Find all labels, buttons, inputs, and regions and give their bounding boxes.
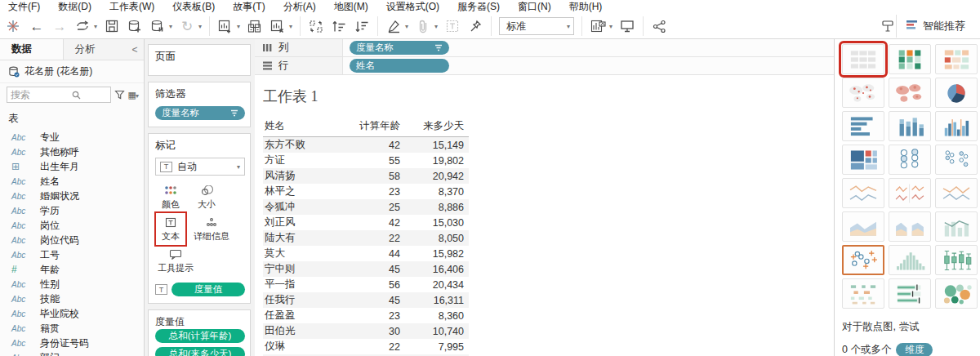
- dropdown-caret-icon[interactable]: ▾: [567, 23, 570, 30]
- cell-name[interactable]: 任我行: [263, 292, 341, 308]
- menu-item[interactable]: 分析(A): [283, 0, 316, 14]
- rows-shelf[interactable]: 行 姓名: [255, 57, 834, 75]
- cell-name[interactable]: 平一指: [263, 277, 341, 292]
- showme-symbol-map[interactable]: [842, 78, 884, 108]
- cell-age[interactable]: 22: [341, 230, 405, 246]
- cell-days[interactable]: 8,370: [405, 184, 469, 199]
- tooltip-button[interactable]: 工具提示: [157, 246, 194, 276]
- cell-days[interactable]: 19,802: [405, 153, 469, 168]
- field-item[interactable]: Abc 籍贯: [0, 321, 144, 336]
- table-row[interactable]: 任盈盈 23 8,360: [263, 308, 469, 323]
- cell-age[interactable]: 42: [341, 215, 405, 230]
- cell-days[interactable]: 8,360: [405, 308, 469, 323]
- cell-name[interactable]: 莫大: [263, 246, 341, 261]
- showme-packed-bubbles[interactable]: [935, 278, 978, 309]
- field-item[interactable]: Abc 其他称呼: [0, 145, 144, 159]
- cell-age[interactable]: 42: [341, 137, 405, 154]
- showme-highlight-table[interactable]: [889, 44, 931, 74]
- color-button[interactable]: 颜色: [157, 182, 185, 212]
- showme-side-by-side-bars[interactable]: [935, 111, 978, 141]
- new-data-source-icon[interactable]: [127, 18, 143, 34]
- fix-axes-icon[interactable]: [467, 18, 483, 34]
- mark-type-dropdown[interactable]: T 自动 ▾: [155, 158, 245, 176]
- columns-pill-measure-names[interactable]: 度量名称: [350, 41, 449, 55]
- cell-name[interactable]: 方证: [263, 153, 341, 168]
- tab-analytics[interactable]: 分析: [64, 39, 127, 60]
- field-item[interactable]: Abc 工号: [0, 247, 144, 262]
- field-item[interactable]: Abc 岗位: [0, 218, 144, 233]
- field-item[interactable]: Abc 毕业院校: [0, 306, 144, 321]
- show-me-button[interactable]: 智能推荐: [896, 15, 975, 38]
- forward-icon[interactable]: →: [51, 18, 68, 34]
- menu-item[interactable]: 设置格式(O): [386, 0, 439, 14]
- menu-item[interactable]: 地图(M): [334, 0, 368, 14]
- presentation-mode-icon[interactable]: [619, 18, 635, 34]
- cell-days[interactable]: 8,050: [405, 230, 469, 246]
- cell-name[interactable]: 宁中则: [263, 261, 341, 277]
- field-item[interactable]: Abc 学历: [0, 203, 144, 218]
- field-item[interactable]: Abc 身份证号码: [0, 336, 144, 350]
- clear-sheet-icon[interactable]: [270, 18, 286, 34]
- sum-age-pill[interactable]: 总和(计算年龄): [155, 329, 245, 343]
- sort-ascending-icon[interactable]: [331, 18, 347, 34]
- filters-card[interactable]: 筛选器 度量名称: [148, 82, 251, 127]
- dropdown-caret-icon[interactable]: ▾: [405, 23, 408, 30]
- table-row[interactable]: 任我行 45 16,311: [263, 292, 469, 308]
- cell-age[interactable]: 30: [341, 323, 405, 339]
- fit-selector[interactable]: 标准 ▾: [499, 17, 574, 35]
- showme-area-continuous[interactable]: [842, 211, 884, 242]
- field-item[interactable]: Abc 技能: [0, 291, 144, 306]
- cell-age[interactable]: 23: [341, 308, 405, 323]
- sort-descending-icon[interactable]: [354, 18, 370, 34]
- cell-days[interactable]: 16,311: [405, 292, 469, 308]
- column-header-days[interactable]: 来多少天: [405, 118, 469, 137]
- run-update-icon[interactable]: ↻: [179, 18, 195, 34]
- highlight-icon[interactable]: [385, 18, 402, 34]
- cell-age[interactable]: 56: [341, 277, 405, 292]
- search-box[interactable]: [7, 87, 111, 103]
- dropdown-caret-icon[interactable]: ▾: [289, 23, 292, 30]
- menu-item[interactable]: 故事(T): [233, 0, 265, 14]
- filter-pill-measure-names[interactable]: 度量名称: [155, 106, 245, 120]
- cell-age[interactable]: 45: [341, 292, 405, 308]
- column-header-age[interactable]: 计算年龄: [341, 118, 405, 137]
- table-row[interactable]: 令狐冲 25 8,886: [263, 199, 469, 215]
- pages-card[interactable]: 页面: [148, 44, 251, 76]
- showme-area-discrete[interactable]: [889, 211, 931, 242]
- view-options-icon[interactable]: ▦ ▾: [128, 90, 139, 100]
- cell-name[interactable]: 任盈盈: [263, 308, 341, 323]
- showme-bullet-graph[interactable]: [889, 278, 931, 309]
- tableau-logo-icon[interactable]: [5, 18, 21, 34]
- field-item[interactable]: # 年龄: [0, 262, 144, 277]
- columns-shelf[interactable]: 列 度量名称: [255, 39, 834, 57]
- showme-dual-lines[interactable]: [935, 178, 978, 208]
- duplicate-sheet-icon[interactable]: [247, 18, 263, 34]
- redo-loop-icon[interactable]: [74, 18, 91, 34]
- table-row[interactable]: 刘正风 42 15,030: [263, 215, 469, 230]
- cell-days[interactable]: 20,434: [405, 277, 469, 292]
- dropdown-caret-icon[interactable]: ▾: [237, 23, 240, 30]
- field-item[interactable]: Abc 性别: [0, 277, 144, 291]
- swap-rows-columns-icon[interactable]: [308, 18, 324, 34]
- tab-data[interactable]: 数据: [0, 39, 64, 60]
- sum-days-pill[interactable]: 总和(来多少天): [155, 347, 245, 356]
- cell-days[interactable]: 7,995: [405, 339, 469, 354]
- column-header-name[interactable]: 姓名: [263, 118, 341, 137]
- dropdown-caret-icon[interactable]: ▾: [609, 23, 612, 30]
- table-row[interactable]: 陆大有 22 8,050: [263, 230, 469, 246]
- detail-button[interactable]: 详细信息: [193, 214, 230, 244]
- cell-days[interactable]: 15,149: [405, 137, 469, 154]
- field-item[interactable]: ⊞ 出生年月: [0, 159, 144, 174]
- table-row[interactable]: 仪琳 22 7,995: [263, 339, 469, 354]
- table-row[interactable]: 风清扬 58 20,942: [263, 168, 469, 184]
- cell-days[interactable]: 10,740: [405, 323, 469, 339]
- save-icon[interactable]: [104, 18, 120, 34]
- dropdown-caret-icon[interactable]: ▾: [169, 23, 172, 30]
- table-row[interactable]: 莫大 44 15,982: [263, 246, 469, 261]
- showme-scatter-plot[interactable]: [842, 245, 884, 275]
- showme-side-by-side-circles[interactable]: [935, 145, 978, 175]
- showme-dual-combination[interactable]: [935, 211, 978, 242]
- cell-days[interactable]: 8,886: [405, 199, 469, 215]
- menu-item[interactable]: 文件(F): [8, 0, 40, 14]
- showme-stacked-bars[interactable]: [889, 111, 931, 141]
